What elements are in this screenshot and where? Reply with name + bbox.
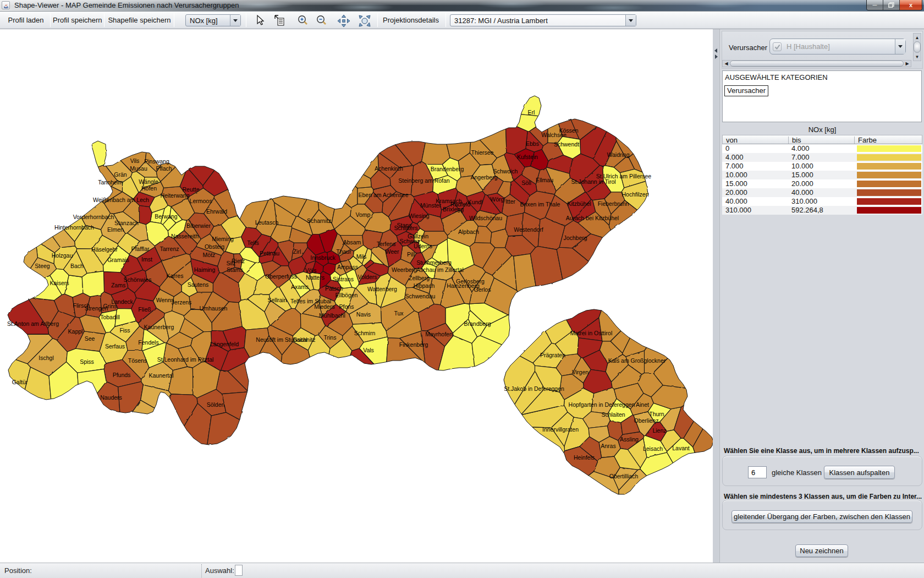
svg-text:Telfes im Stubai: Telfes im Stubai	[290, 298, 331, 304]
svg-text:Navis: Navis	[356, 311, 371, 318]
svg-text:Lavant: Lavant	[672, 445, 690, 451]
svg-text:Zirl: Zirl	[293, 248, 301, 255]
svg-text:Vorderhornbach: Vorderhornbach	[73, 214, 114, 220]
svg-text:Thaur: Thaur	[336, 248, 351, 255]
svg-text:Pill: Pill	[407, 251, 415, 258]
svg-text:Flirsch: Flirsch	[73, 302, 90, 309]
svg-text:Ischgl: Ischgl	[38, 355, 53, 361]
svg-text:Brandenberg: Brandenberg	[431, 166, 464, 172]
svg-text:Zellberg: Zellberg	[409, 275, 430, 281]
svg-text:Scharnitz: Scharnitz	[307, 217, 331, 224]
svg-text:Fiss: Fiss	[119, 327, 130, 334]
svg-text:Pinswang: Pinswang	[144, 158, 169, 165]
svg-text:Holzgau: Holzgau	[52, 252, 73, 259]
svg-text:Mils: Mils	[356, 253, 367, 260]
svg-text:Spiss: Spiss	[80, 358, 94, 365]
svg-text:Tannheim: Tannheim	[98, 179, 123, 186]
svg-text:Serfaus: Serfaus	[105, 343, 125, 350]
svg-text:Kitzbühel: Kitzbühel	[567, 200, 591, 207]
svg-text:Stanzach: Stanzach	[114, 220, 139, 226]
svg-text:Kappl: Kappl	[68, 328, 83, 335]
svg-text:Vomp: Vomp	[356, 211, 371, 218]
svg-text:Elmen: Elmen	[107, 226, 124, 233]
svg-text:Grän: Grän	[114, 171, 127, 178]
svg-text:Obsteig: Obsteig	[205, 243, 224, 250]
svg-text:Tux: Tux	[394, 310, 404, 317]
svg-text:Ehrwald: Ehrwald	[206, 208, 227, 215]
svg-text:Aurach bei Kitzbühel: Aurach bei Kitzbühel	[566, 215, 619, 221]
svg-text:Pettnau: Pettnau	[260, 250, 279, 257]
svg-text:Pfunds: Pfunds	[113, 372, 131, 378]
svg-text:Galtür: Galtür	[12, 379, 28, 385]
svg-text:Angerberg: Angerberg	[470, 174, 497, 181]
svg-text:Prägraten: Prägraten	[540, 352, 565, 358]
svg-text:Schönwies: Schönwies	[124, 276, 152, 283]
svg-text:Fieberbrunn: Fieberbrunn	[598, 200, 629, 207]
svg-text:Natters: Natters	[306, 274, 324, 281]
svg-text:Tösens: Tösens	[128, 357, 147, 364]
svg-text:Wildschönau: Wildschönau	[469, 215, 502, 221]
svg-text:Leutasch: Leutasch	[255, 219, 279, 226]
svg-text:Schwendt: Schwendt	[554, 141, 579, 148]
svg-text:Weerberg: Weerberg	[392, 266, 417, 273]
svg-text:Ellbögen: Ellbögen	[336, 292, 358, 298]
svg-text:Hippach: Hippach	[414, 282, 435, 289]
svg-text:Musau: Musau	[130, 165, 147, 172]
svg-text:Häselgehr: Häselgehr	[91, 246, 118, 253]
svg-text:Neustift im Stubaital: Neustift im Stubaital	[256, 336, 307, 343]
svg-text:St.Anton am Arlberg: St.Anton am Arlberg	[7, 320, 59, 327]
svg-text:Westendorf: Westendorf	[514, 226, 543, 233]
svg-text:Patsch: Patsch	[325, 285, 343, 292]
svg-text:Virgen: Virgen	[572, 369, 588, 375]
svg-text:Absam: Absam	[343, 239, 361, 246]
svg-text:Gallzein: Gallzein	[408, 233, 428, 239]
svg-text:Fendels: Fendels	[138, 339, 158, 346]
svg-text:Pflach: Pflach	[156, 165, 172, 172]
svg-text:Eben am Achensee: Eben am Achensee	[358, 192, 408, 198]
svg-text:Söll: Söll	[521, 179, 531, 186]
svg-text:Umhausen: Umhausen	[200, 305, 228, 312]
svg-text:Brixen im Thale: Brixen im Thale	[520, 201, 560, 208]
svg-text:Kaunertal: Kaunertal	[149, 372, 174, 379]
svg-text:St.Leonhard im Pitztal: St.Leonhard im Pitztal	[157, 356, 214, 363]
svg-text:Axams: Axams	[291, 283, 309, 290]
svg-text:Brandberg: Brandberg	[464, 320, 491, 327]
svg-text:Steinberg am Rofan: Steinberg am Rofan	[398, 177, 450, 184]
svg-text:Vals: Vals	[363, 347, 374, 353]
svg-text:Pfafflar: Pfafflar	[131, 246, 150, 252]
svg-text:Itter: Itter	[505, 198, 516, 205]
svg-text:Berwang: Berwang	[155, 213, 178, 220]
svg-text:Rietz: Rietz	[232, 258, 245, 264]
svg-text:Wängle: Wängle	[139, 178, 158, 185]
svg-text:Alpbach: Alpbach	[458, 228, 479, 235]
svg-text:Kaisers: Kaisers	[50, 280, 69, 286]
svg-text:Vils: Vils	[130, 157, 140, 164]
svg-text:Ainet: Ainet	[636, 401, 649, 408]
svg-text:Jochberg: Jochberg	[563, 235, 587, 241]
svg-text:Heinfels: Heinfels	[574, 454, 595, 461]
svg-text:Sautens: Sautens	[188, 281, 209, 288]
svg-text:Oberperfuss: Oberperfuss	[265, 273, 297, 280]
svg-text:Finkenberg: Finkenberg	[399, 341, 428, 348]
svg-text:Telfs: Telfs	[247, 239, 259, 246]
svg-text:Ellmau: Ellmau	[536, 177, 553, 183]
svg-text:Schwendau: Schwendau	[405, 293, 436, 299]
svg-text:Kaunerberg: Kaunerberg	[144, 324, 174, 330]
svg-text:Gramais: Gramais	[107, 257, 129, 263]
svg-text:Innsbruck: Innsbruck	[310, 254, 336, 261]
svg-text:Brixlegg: Brixlegg	[443, 206, 464, 212]
svg-text:St.Johann in Tirol: St.Johann in Tirol	[571, 178, 615, 185]
svg-text:See: See	[85, 335, 95, 342]
svg-text:Heiterwang: Heiterwang	[160, 192, 189, 199]
svg-text:Höfen: Höfen	[141, 185, 157, 192]
svg-text:Achenkirch: Achenkirch	[375, 165, 403, 172]
svg-text:Aschau im Zillertal: Aschau im Zillertal	[416, 266, 464, 273]
svg-text:Mieming: Mieming	[212, 236, 234, 242]
svg-text:Uderns: Uderns	[414, 243, 432, 249]
svg-text:Bach: Bach	[70, 263, 84, 269]
svg-text:Obertilliach: Obertilliach	[609, 473, 639, 479]
svg-text:Kals am Großglockner: Kals am Großglockner	[608, 357, 666, 364]
svg-text:Biberwier: Biberwier	[186, 222, 211, 229]
svg-text:Sellrain: Sellrain	[267, 297, 287, 303]
svg-text:Lermoos: Lermoos	[190, 198, 212, 204]
